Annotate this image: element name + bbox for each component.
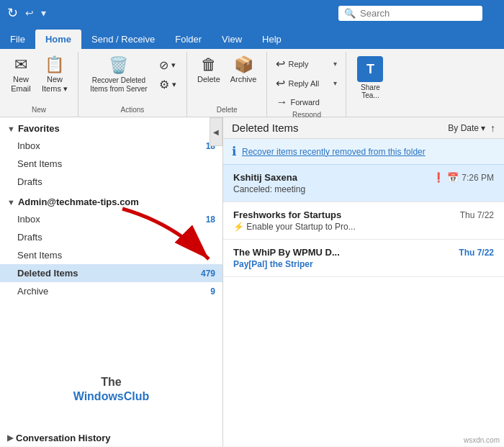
delete-label: Delete (197, 75, 220, 84)
tab-folder[interactable]: Folder (165, 30, 212, 49)
tab-home[interactable]: Home (35, 30, 81, 49)
tab-help[interactable]: Help (252, 30, 292, 49)
email-subject-2: Pay[Pal] the Striper (233, 259, 494, 269)
new-email-icon: ✉ (14, 56, 27, 73)
new-group-label: New (6, 106, 72, 115)
archive-button[interactable]: 📦 Archive (226, 53, 261, 86)
favorites-label: Favorites (18, 123, 60, 134)
sidebar-item-drafts[interactable]: Drafts (0, 228, 222, 246)
sidebar-item-count: 479 (201, 268, 215, 279)
email-item-1[interactable]: Freshworks for Startups Thu 7/22 ⚡ Enabl… (223, 202, 504, 240)
sidebar-item-label: Deleted Items (17, 268, 201, 279)
email-item-top-2: The WhiP By WPMU D... Thu 7/22 (233, 247, 494, 258)
teams-avatar: T (357, 56, 383, 82)
actions-extra-label: ▾ (172, 80, 176, 89)
delete-group-label: Delete (193, 106, 261, 115)
email-time-value-0: 7:26 PM (462, 173, 494, 183)
actions-more-button[interactable]: ⊘ ▾ (155, 56, 181, 74)
recover-button[interactable]: 🗑️ Recover Deleted Items from Server (84, 53, 153, 95)
email-subject-text-1: Enable your Startup to Pro... (246, 222, 355, 232)
corner-watermark: wsxdn.com (464, 436, 500, 444)
email-sender-1: Freshworks for Startups (233, 209, 341, 220)
sidebar-item-archive[interactable]: Archive 9 (0, 282, 222, 300)
ribbon-group-respond: ↩ Reply ▾ ↩ Reply All ▾ → Forward Respon… (267, 52, 346, 117)
email-sender-0: Kshitij Saxena (233, 172, 297, 183)
sort-dropdown-icon: ▾ (481, 123, 485, 133)
conversation-history-header[interactable]: ▶ Conversation History (0, 427, 222, 446)
watermark: The WindowsClub (73, 374, 150, 403)
refresh-icon[interactable]: ↻ (7, 5, 18, 21)
sidebar-item-label: Drafts (17, 176, 215, 187)
email-item-2[interactable]: The WhiP By WPMU D... Thu 7/22 Pay[Pal] … (223, 240, 504, 277)
new-items-label: NewItems ▾ (42, 75, 68, 94)
share-teams-button[interactable]: T ShareTea... (352, 53, 388, 102)
forward-label: Forward (290, 98, 319, 107)
delete-icon: 🗑 (201, 56, 217, 73)
reply-label: Reply (288, 60, 308, 68)
teams-group-items: T ShareTea... (352, 53, 388, 115)
sidebar-item-favorites-inbox[interactable]: Inbox 18 (0, 137, 222, 155)
actions-extra-button[interactable]: ⚙ ▾ (155, 76, 181, 94)
sidebar-item-count: 18 (206, 215, 215, 225)
sidebar-item-label: Sent Items (17, 250, 215, 261)
recover-notice-link[interactable]: Recover items recently removed from this… (242, 147, 426, 157)
sidebar-item-favorites-drafts[interactable]: Drafts (0, 173, 222, 191)
sidebar-item-label: Inbox (17, 214, 206, 225)
search-input[interactable] (360, 8, 477, 19)
sort-label: By Date (448, 123, 479, 133)
content-header: Deleted Items By Date ▾ ↑ (223, 117, 504, 139)
email-time-2: Thu 7/22 (459, 248, 494, 258)
search-bar[interactable]: 🔍 (338, 6, 482, 21)
ribbon-group-delete: 🗑 Delete 📦 Archive Delete (187, 52, 267, 117)
account-header[interactable]: ▼ Admin@techmate-tips.com (0, 191, 222, 210)
reply-all-button[interactable]: ↩ Reply All ▾ (271, 74, 341, 92)
account-chevron: ▼ (7, 198, 15, 207)
undo-icon[interactable]: ↩ (25, 7, 34, 19)
reply-button[interactable]: ↩ Reply ▾ (271, 55, 341, 73)
recover-icon: 🗑️ (109, 56, 128, 75)
email-time-1: Thu 7/22 (460, 210, 494, 220)
favorites-chevron: ▼ (7, 125, 15, 133)
forward-button[interactable]: → Forward (271, 94, 341, 111)
sort-button[interactable]: By Date ▾ ↑ (448, 122, 495, 134)
ribbon-group-new: ✉ NewEmail 📋 NewItems ▾ New (0, 52, 78, 117)
reply-dropdown-icon: ▾ (333, 60, 337, 68)
reply-all-dropdown-icon: ▾ (333, 79, 337, 87)
delete-button[interactable]: 🗑 Delete (193, 53, 225, 86)
conversation-history-label: Conversation History (16, 433, 110, 443)
new-email-button[interactable]: ✉ NewEmail (6, 53, 36, 96)
sidebar-item-inbox[interactable]: Inbox 18 (0, 210, 222, 228)
sidebar-item-label: Sent Items (17, 158, 215, 169)
sidebar-collapse-button[interactable]: ◀ (210, 117, 222, 146)
actions-group-items: 🗑️ Recover Deleted Items from Server ⊘ ▾… (84, 53, 181, 106)
favorites-header[interactable]: ▼ Favorites (0, 117, 222, 137)
new-items-icon: 📋 (45, 56, 64, 73)
email-item-top-1: Freshworks for Startups Thu 7/22 (233, 209, 494, 220)
email-item-0[interactable]: Kshitij Saxena ❗ 📅 7:26 PM Canceled: mee… (223, 165, 504, 202)
email-subject-0: Canceled: meeting (233, 184, 494, 194)
teams-label: ShareTea... (361, 83, 380, 99)
watermark-line1: The (73, 374, 150, 390)
sidebar-item-favorites-sent[interactable]: Sent Items (0, 155, 222, 173)
ribbon: ✉ NewEmail 📋 NewItems ▾ New 🗑️ Recover D… (0, 49, 504, 117)
reply-all-label: Reply All (288, 79, 319, 88)
actions-more-label: ▾ (171, 60, 176, 70)
tab-view[interactable]: View (212, 30, 252, 49)
email-time-0: ❗ 📅 7:26 PM (433, 172, 494, 183)
quick-access-dropdown[interactable]: ▾ (41, 7, 46, 19)
recover-notice: ℹ Recover items recently removed from th… (223, 139, 504, 165)
new-email-label: NewEmail (11, 75, 31, 94)
archive-label: Archive (230, 75, 257, 84)
conversation-history-chevron: ▶ (7, 433, 13, 443)
sidebar-item-deleted[interactable]: Deleted Items 479 (0, 264, 222, 282)
content-title: Deleted Items (232, 122, 448, 134)
email-sender-2: The WhiP By WPMU D... (233, 247, 340, 258)
calendar-delete-icon-0: 📅 (447, 172, 459, 183)
tab-file[interactable]: File (0, 30, 35, 49)
new-items-button[interactable]: 📋 NewItems ▾ (37, 53, 72, 96)
sidebar-item-sent[interactable]: Sent Items (0, 246, 222, 264)
tab-send-receive[interactable]: Send / Receive (81, 30, 165, 49)
sidebar: ◀ ▼ Favorites Inbox 18 Sent Items Drafts… (0, 117, 223, 446)
sidebar-item-label: Drafts (17, 232, 215, 243)
flag-icon-0: ❗ (433, 172, 444, 183)
